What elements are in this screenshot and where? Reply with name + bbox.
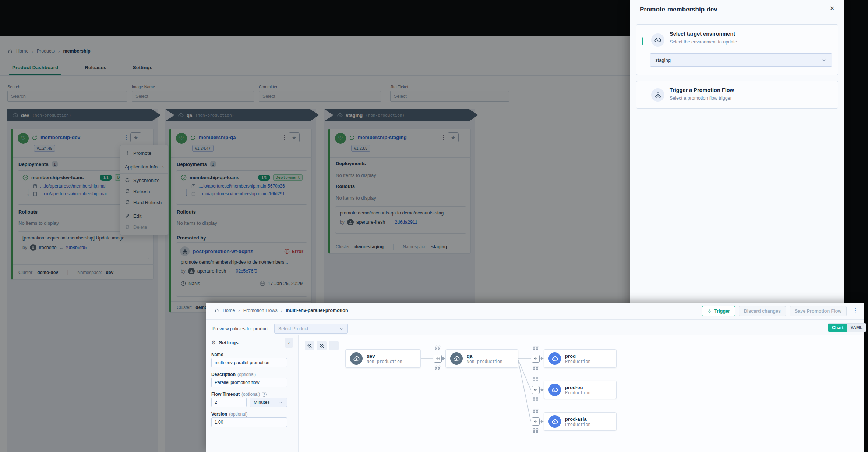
environment-cloud-icon [350, 352, 363, 365]
radio-unselected[interactable] [642, 92, 642, 99]
node-type: Production [565, 390, 590, 395]
option-trigger-promotion-flow[interactable]: Trigger a Promotion Flow Select a promot… [636, 81, 838, 109]
edge-settings-button-qa-prod[interactable] [532, 355, 540, 363]
chevron-down-icon [821, 57, 827, 63]
option-title: Select target environment [670, 31, 735, 37]
pre-action-slot-icon[interactable] [532, 408, 539, 413]
node-type: Non-production [467, 359, 502, 364]
node-type: Production [565, 359, 590, 364]
post-action-slot-icon[interactable] [532, 365, 539, 370]
option-title: Trigger a Promotion Flow [670, 87, 734, 93]
screen: Home › Products › membership Product Das… [0, 0, 868, 452]
pre-action-slot-icon[interactable] [434, 345, 441, 350]
edge-settings-button-qa-prod-asia[interactable] [532, 417, 540, 426]
close-icon[interactable]: × [830, 4, 835, 13]
option-target-environment[interactable]: Select target environment Select the env… [636, 24, 838, 75]
node-name: dev [367, 353, 402, 359]
post-action-slot-icon[interactable] [532, 428, 539, 433]
node-name: prod-asia [565, 416, 590, 422]
target-environment-select[interactable]: staging [650, 53, 832, 67]
promotion-flow-icon [651, 88, 664, 102]
node-name: qa [467, 353, 502, 359]
environment-cloud-icon [450, 352, 463, 365]
pre-action-slot-icon[interactable] [532, 377, 539, 382]
select-value: staging [655, 57, 671, 63]
title-app-name: membership-dev [667, 6, 717, 13]
drawer-title: Promote membership-dev [640, 6, 717, 13]
flow-node-qa[interactable]: qa Non-production [445, 349, 518, 368]
post-action-slot-icon[interactable] [434, 365, 441, 370]
environment-cloud-icon [548, 415, 561, 428]
node-type: Non-production [367, 359, 402, 364]
node-type: Production [565, 422, 590, 427]
edge-settings-button-qa-prod-eu[interactable] [532, 386, 540, 394]
flow-node-prod-asia[interactable]: prod-asia Production [544, 412, 617, 431]
radio-selected[interactable] [642, 37, 643, 45]
environment-cloud-icon [548, 384, 561, 396]
promotion-flow-editor: Home › Promotion Flows › multi-env-paral… [206, 303, 864, 452]
node-name: prod-eu [565, 385, 590, 390]
post-action-slot-icon[interactable] [532, 396, 539, 402]
option-subtitle: Select the environment to update [670, 39, 737, 45]
title-prefix: Promote [640, 6, 665, 13]
environment-cloud-icon [651, 33, 664, 47]
flow-node-dev[interactable]: dev Non-production [345, 349, 421, 368]
option-subtitle: Select a promotion flow trigger [670, 96, 732, 101]
flow-node-prod[interactable]: prod Production [544, 349, 617, 368]
environment-cloud-icon [548, 352, 561, 365]
pre-action-slot-icon[interactable] [532, 345, 539, 350]
edge-settings-button-dev-qa[interactable] [434, 355, 442, 363]
flow-node-prod-eu[interactable]: prod-eu Production [544, 381, 617, 399]
node-name: prod [565, 353, 590, 359]
